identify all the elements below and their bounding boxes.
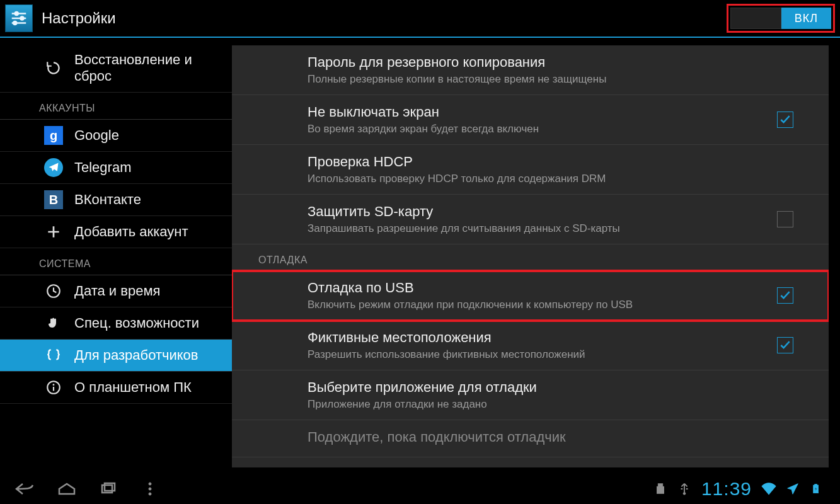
row-title: Защитить SD-карту: [308, 203, 777, 220]
row-subtitle: Разрешить использование фиктивных местоп…: [308, 348, 777, 361]
clock-icon: [44, 282, 63, 301]
svg-rect-9: [53, 387, 54, 391]
row-subtitle: Во время зарядки экран будет всегда вклю…: [308, 123, 777, 135]
settings-row[interactable]: Фиктивные местоположенияРазрешить исполь…: [232, 321, 829, 370]
content-section-header: ОТЛАДКА: [232, 244, 829, 271]
usb-icon: [652, 481, 669, 497]
plus-icon: [44, 222, 63, 241]
vk-icon: В: [44, 190, 63, 209]
row-title: Не выключать экран: [308, 104, 777, 120]
row-title: Выберите приложение для отладки: [308, 379, 793, 396]
action-bar: Настройки ВКЛ: [0, 0, 840, 38]
settings-row[interactable]: Пароль для резервного копированияПолные …: [232, 45, 829, 95]
sidebar-item-telegram[interactable]: Telegram: [0, 152, 232, 184]
battery-charging-icon: [808, 481, 825, 497]
sidebar-item-label: Добавить аккаунт: [74, 224, 188, 240]
settings-sidebar: Восстановление и сбросАККАУНТЫgGoogleTel…: [0, 39, 232, 474]
sidebar-item-restore[interactable]: Восстановление и сброс: [0, 44, 232, 93]
row-subtitle: Приложение для отладки не задано: [308, 398, 793, 411]
svg-point-14: [149, 493, 151, 495]
sidebar-item-label: ВКонтакте: [74, 192, 141, 208]
braces-icon: [44, 346, 63, 365]
sidebar-section-header: АККАУНТЫ: [0, 93, 232, 120]
svg-rect-16: [657, 486, 664, 493]
wifi-icon: [761, 481, 777, 497]
row-subtitle: Включить режим отладки при подключении к…: [308, 299, 777, 311]
settings-row[interactable]: Проверка HDCPИспользовать проверку HDCP …: [232, 145, 829, 195]
sidebar-item-plus[interactable]: Добавить аккаунт: [0, 216, 232, 248]
row-title: Подождите, пока подключится отладчик: [308, 429, 793, 445]
settings-row[interactable]: Не выключать экранВо время зарядки экран…: [232, 95, 829, 145]
row-title: Проверка HDCP: [308, 154, 793, 170]
sidebar-section-header: СИСТЕМА: [0, 248, 232, 275]
svg-point-3: [21, 17, 24, 20]
switch-off-side: [730, 8, 781, 29]
menu-button[interactable]: [136, 479, 164, 499]
settings-app-icon: [5, 4, 33, 32]
sidebar-item-google[interactable]: gGoogle: [0, 120, 232, 152]
row-title: Пароль для резервного копирования: [308, 54, 793, 71]
hand-icon: [44, 314, 63, 333]
airplane-mode-icon: [785, 481, 801, 497]
row-title: Отладка по USB: [308, 280, 777, 296]
connection-icon: [676, 481, 693, 497]
sidebar-item-info[interactable]: О планшетном ПК: [0, 372, 232, 404]
svg-rect-19: [815, 484, 817, 486]
svg-point-17: [683, 493, 686, 495]
sidebar-item-label: Telegram: [74, 159, 131, 176]
row-subtitle: Использовать проверку HDCP только для со…: [308, 173, 793, 185]
settings-row[interactable]: Выберите приложение для отладкиПриложени…: [232, 370, 829, 420]
sidebar-item-vk[interactable]: ВВКонтакте: [0, 184, 232, 216]
home-button[interactable]: [53, 479, 81, 499]
highlight-master-switch: ВКЛ: [727, 4, 835, 33]
restore-icon: [44, 59, 63, 77]
telegram-icon: [44, 158, 63, 177]
sidebar-item-label: О планшетном ПК: [74, 379, 192, 396]
sidebar-item-braces[interactable]: Для разработчиков: [0, 340, 232, 372]
svg-point-8: [53, 384, 55, 386]
checkbox[interactable]: [777, 287, 793, 304]
back-button[interactable]: [11, 479, 39, 499]
svg-rect-15: [658, 484, 662, 487]
status-clock: 11:39: [701, 478, 752, 500]
info-icon: [44, 378, 63, 397]
switch-on-side: ВКЛ: [781, 8, 831, 29]
sidebar-item-label: Дата и время: [74, 283, 160, 299]
recent-apps-button[interactable]: [95, 479, 122, 499]
svg-point-12: [149, 483, 151, 485]
row-title: Фиктивные местоположения: [308, 329, 777, 346]
svg-point-13: [149, 488, 151, 490]
sidebar-item-label: Google: [74, 127, 119, 144]
svg-point-1: [15, 12, 18, 15]
checkbox[interactable]: [777, 337, 793, 353]
page-title: Настройки: [42, 9, 116, 27]
sidebar-item-label: Восстановление и сброс: [74, 52, 226, 84]
checkbox[interactable]: [777, 112, 793, 128]
settings-row[interactable]: Отладка по USBВключить режим отладки при…: [232, 271, 829, 321]
svg-point-5: [13, 21, 16, 25]
sidebar-item-hand[interactable]: Спец. возможности: [0, 307, 232, 340]
settings-content: Пароль для резервного копированияПолные …: [232, 45, 829, 467]
row-subtitle: Запрашивать разрешение для считывания да…: [308, 222, 777, 235]
sidebar-item-clock[interactable]: Дата и время: [0, 275, 232, 307]
row-subtitle: Полные резервные копии в настоящее время…: [308, 73, 793, 86]
sidebar-item-label: Спец. возможности: [74, 315, 199, 331]
settings-row[interactable]: Подождите, пока подключится отладчик: [232, 420, 829, 457]
system-navbar: 11:39: [0, 474, 840, 504]
sidebar-item-label: Для разработчиков: [74, 347, 198, 364]
settings-row[interactable]: Защитить SD-картуЗапрашивать разрешение …: [232, 195, 829, 244]
checkbox[interactable]: [777, 211, 793, 227]
google-icon: g: [44, 126, 63, 145]
developer-master-switch[interactable]: ВКЛ: [730, 8, 831, 29]
